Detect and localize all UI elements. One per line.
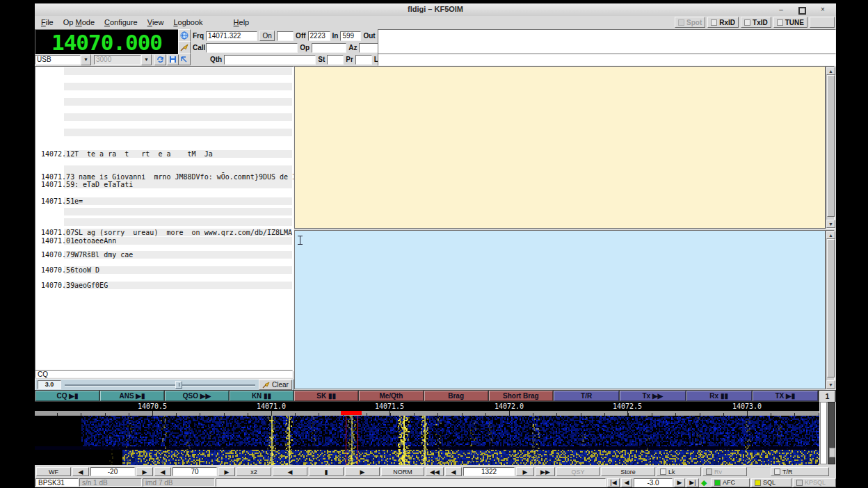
- signal-range-value[interactable]: 70: [172, 467, 217, 476]
- signal-range-down-button[interactable]: ◀: [154, 467, 171, 476]
- macro-brag-button[interactable]: Brag: [424, 391, 488, 401]
- op-field[interactable]: [312, 43, 346, 53]
- browser-row[interactable]: [35, 208, 294, 215]
- reverse-toggle[interactable]: Rv: [702, 467, 747, 476]
- browser-row[interactable]: 14070.39aeoGf0EG: [35, 282, 294, 289]
- macro-cq-button[interactable]: CQ ▶▮: [35, 391, 99, 401]
- scroll-up-icon[interactable]: ▲: [826, 67, 835, 75]
- browser-squelch-slider[interactable]: [65, 381, 255, 389]
- wf-tr-toggle[interactable]: T/R: [771, 467, 829, 476]
- wf-center-button[interactable]: ▮: [309, 467, 344, 476]
- rxid-toggle[interactable]: RxID: [707, 17, 739, 28]
- browser-row[interactable]: [35, 218, 294, 226]
- wf-scroll-left-button[interactable]: ◀: [273, 467, 307, 476]
- mode-combo[interactable]: USB ▼: [35, 54, 91, 65]
- az-field[interactable]: [359, 43, 378, 53]
- macro-txend-button[interactable]: TX ▶▮: [753, 391, 818, 401]
- macro-meqth-button[interactable]: Me/Qth: [359, 391, 423, 401]
- time-off-field[interactable]: 2223: [308, 31, 330, 41]
- browser-row[interactable]: [35, 113, 294, 121]
- browser-row[interactable]: 14071.07SL ag (sorry ureau) more on www.…: [35, 229, 294, 236]
- store-button[interactable]: Store: [601, 467, 655, 476]
- macro-sk-button[interactable]: SK ▮▮: [294, 391, 358, 401]
- browser-row[interactable]: 14071.01eotoaeeAnn: [35, 237, 294, 245]
- macro-rx-button[interactable]: Rx ▮▮: [686, 391, 752, 401]
- browser-search-field[interactable]: CQ: [35, 370, 293, 378]
- macro-shortbrag-button[interactable]: Short Brag: [489, 391, 553, 401]
- afc-max-button[interactable]: ▶|: [686, 478, 699, 487]
- mode-dropdown-icon[interactable]: ▼: [81, 54, 91, 65]
- macro-tr-button[interactable]: T/R: [554, 391, 619, 401]
- browser-row[interactable]: 14070.56tooW D: [35, 266, 294, 274]
- bandwidth-combo[interactable]: 3000 ▼: [94, 54, 152, 65]
- audio-frequency-value[interactable]: 1322: [463, 467, 515, 476]
- browser-row[interactable]: 14071.51e=: [35, 197, 294, 205]
- rst-in-field[interactable]: 599: [340, 31, 361, 41]
- browser-row[interactable]: [35, 67, 294, 75]
- browser-row[interactable]: [35, 129, 294, 136]
- lock-toggle[interactable]: Lk: [657, 467, 701, 476]
- kpsql-toggle[interactable]: KPSQL: [793, 478, 836, 487]
- maximize-icon[interactable]: [797, 5, 807, 15]
- menu-view[interactable]: View: [143, 17, 169, 28]
- scroll-up-icon[interactable]: ▲: [826, 231, 835, 239]
- pr-field[interactable]: [355, 55, 372, 65]
- macro-tx-button[interactable]: Tx ▶▶: [620, 391, 685, 401]
- on-button[interactable]: On: [259, 31, 275, 41]
- rx-text-panel[interactable]: [294, 66, 826, 229]
- qsy-button[interactable]: QSY: [556, 467, 600, 476]
- menu-op-mode[interactable]: Op Mode: [58, 17, 99, 28]
- freq-coarse-up-button[interactable]: ▶▶: [536, 467, 555, 476]
- sql-toggle[interactable]: SQL: [751, 478, 791, 487]
- reset-filter-button[interactable]: [154, 54, 166, 65]
- menu-logbook[interactable]: Logbook: [168, 17, 207, 28]
- tx-text-panel[interactable]: [294, 230, 826, 389]
- afc-down-button[interactable]: ◀: [621, 478, 632, 487]
- slider-handle[interactable]: [829, 448, 835, 457]
- signal-browser[interactable]: 14072.12T te a ra t rt e a tM Ja14071.73…: [35, 66, 294, 371]
- menu-help[interactable]: Help: [229, 17, 255, 28]
- notes-field[interactable]: [378, 29, 836, 54]
- wf-scroll-right-button[interactable]: ▶: [345, 467, 380, 476]
- browser-row[interactable]: [35, 83, 294, 90]
- scroll-down-icon[interactable]: ▼: [826, 220, 835, 228]
- browser-row[interactable]: 14071.73 name is Giovanni mrno JM88DVfo:…: [35, 173, 294, 181]
- time-on-field[interactable]: [277, 31, 294, 41]
- browser-row[interactable]: 14070.79W7RšBl dmy cae: [35, 251, 294, 259]
- frq-field[interactable]: 14071.322: [206, 31, 257, 41]
- bandwidth-dropdown-icon[interactable]: ▼: [141, 54, 152, 65]
- afc-up-button[interactable]: ▶: [674, 478, 685, 487]
- squelch-slider[interactable]: [828, 402, 835, 464]
- wf-speed-button[interactable]: NORM: [381, 467, 424, 476]
- afc-toggle[interactable]: AFC: [711, 478, 750, 487]
- call-field[interactable]: [206, 43, 298, 53]
- rx-scrollbar[interactable]: ▲ ▼: [826, 66, 835, 229]
- blank-toggle[interactable]: [810, 17, 835, 28]
- scroll-thumb[interactable]: [827, 75, 835, 217]
- waterfall-canvas[interactable]: [35, 411, 819, 465]
- macro-set-button[interactable]: 1: [819, 391, 835, 402]
- frequency-display[interactable]: 14070.000: [35, 29, 179, 55]
- close-icon[interactable]: ×: [818, 5, 828, 15]
- freq-up-button[interactable]: ▶: [516, 467, 534, 476]
- browser-row[interactable]: [35, 165, 294, 173]
- browser-row[interactable]: 14071.59: eTaD eTaTati: [35, 181, 294, 188]
- scroll-thumb[interactable]: [827, 239, 835, 377]
- macro-ans-button[interactable]: ANS ▶▮: [100, 391, 164, 401]
- clear-qso-button[interactable]: [178, 41, 191, 54]
- upper-signal-value[interactable]: -20: [90, 467, 135, 476]
- freq-coarse-down-button[interactable]: ◀◀: [426, 467, 444, 476]
- minimize-icon[interactable]: –: [776, 5, 786, 15]
- menu-file[interactable]: File: [36, 17, 58, 28]
- st-field[interactable]: [327, 55, 344, 65]
- waterfall[interactable]: 14070.514071.014071.514072.014072.514073…: [35, 402, 819, 465]
- browser-row[interactable]: 14072.12T te a ra t rt e a tM Ja: [35, 150, 294, 158]
- slider-handle[interactable]: [175, 381, 182, 389]
- mode-status[interactable]: BPSK31: [35, 478, 79, 487]
- store-settings-button[interactable]: [167, 54, 179, 65]
- wf-zoom-button[interactable]: x2: [236, 467, 271, 476]
- macro-qso-button[interactable]: QSO ▶▶: [165, 391, 229, 401]
- menu-configure[interactable]: Configure: [99, 17, 143, 28]
- tune-toggle[interactable]: TUNE: [773, 17, 807, 28]
- freq-down-button[interactable]: ◀: [445, 467, 462, 476]
